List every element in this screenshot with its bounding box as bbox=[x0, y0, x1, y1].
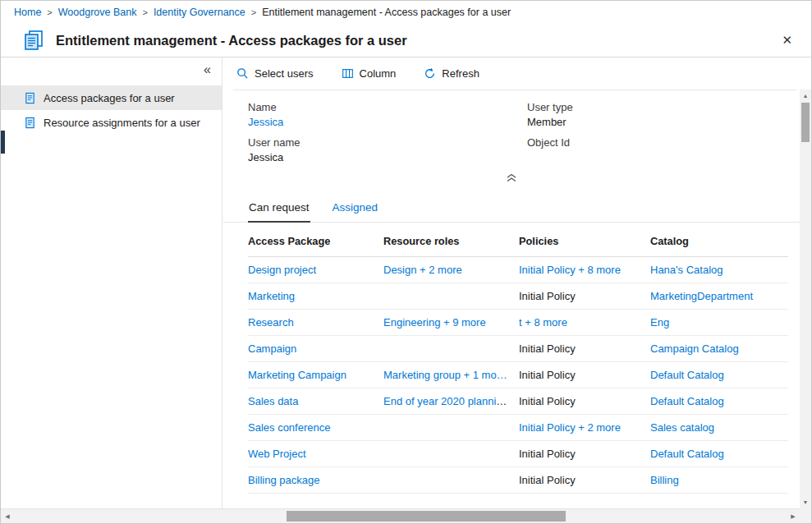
cell-resource-roles bbox=[383, 441, 519, 467]
table-row: Design project Design + 2 more Initial P… bbox=[248, 257, 788, 283]
cell-policies: Initial Policy bbox=[519, 388, 650, 415]
cell-policies: Initial Policy bbox=[519, 467, 650, 494]
policies-value: Initial Policy bbox=[519, 474, 576, 486]
horizontal-scroll-thumb[interactable] bbox=[287, 511, 566, 522]
scroll-up-arrow[interactable]: ▲ bbox=[800, 90, 811, 102]
cell-catalog: Default Catalog bbox=[650, 362, 788, 388]
page-header: Entitlement management - Access packages… bbox=[1, 24, 811, 57]
cell-resource-roles: Engineering + 9 more bbox=[383, 310, 519, 336]
cell-resource-roles: End of year 2020 plannin… bbox=[383, 388, 519, 415]
toolbar-label: Refresh bbox=[442, 67, 479, 80]
cell-catalog: Hana's Catalog bbox=[650, 257, 788, 283]
catalog-link[interactable]: Default Catalog bbox=[650, 448, 724, 460]
access-package-link[interactable]: Marketing bbox=[248, 290, 295, 302]
scroll-down-arrow[interactable]: ▼ bbox=[800, 496, 811, 508]
scroll-right-arrow[interactable]: ▶ bbox=[787, 509, 800, 523]
policies-value: Initial Policy bbox=[519, 369, 576, 381]
cell-access-package: Design project bbox=[248, 257, 383, 283]
resource-roles-link[interactable]: Engineering + 9 more bbox=[383, 316, 486, 329]
sidebar-item-resource-assignments[interactable]: Resource assignments for a user bbox=[1, 110, 222, 135]
object-id-label: Object Id bbox=[527, 136, 800, 149]
table-row: Sales data End of year 2020 plannin… Ini… bbox=[248, 388, 788, 415]
col-resource-roles: Resource roles bbox=[383, 224, 519, 257]
resource-roles-link[interactable]: Design + 2 more bbox=[383, 264, 462, 276]
catalog-link[interactable]: Default Catalog bbox=[650, 369, 724, 381]
access-package-link[interactable]: Marketing Campaign bbox=[248, 369, 346, 381]
tab-assigned[interactable]: Assigned bbox=[332, 195, 379, 222]
cell-access-package: Research bbox=[248, 310, 383, 336]
catalog-link[interactable]: Eng bbox=[650, 316, 669, 329]
vertical-scrollbar[interactable]: ▲ ▼ bbox=[800, 90, 811, 508]
catalog-link[interactable]: Sales catalog bbox=[650, 421, 714, 434]
name-value-link[interactable]: Jessica bbox=[248, 116, 527, 129]
cell-access-package: Billing package bbox=[248, 467, 383, 494]
resource-roles-link[interactable]: Marketing group + 1 mo… bbox=[383, 369, 507, 381]
sidebar-item-label: Access packages for a user bbox=[44, 92, 175, 104]
refresh-button[interactable]: Refresh bbox=[422, 64, 481, 83]
refresh-icon bbox=[424, 67, 436, 80]
catalog-link[interactable]: Hana's Catalog bbox=[650, 264, 723, 276]
cell-catalog: Billing bbox=[650, 467, 788, 494]
cell-resource-roles: Marketing group + 1 mo… bbox=[383, 362, 519, 388]
col-access-package: Access Package bbox=[248, 224, 383, 257]
entitlement-management-icon bbox=[22, 29, 45, 52]
scroll-left-arrow[interactable]: ◀ bbox=[1, 509, 14, 523]
column-options-icon bbox=[342, 67, 354, 80]
table-header-row: Access Package Resource roles Policies C… bbox=[248, 224, 788, 257]
access-package-link[interactable]: Campaign bbox=[248, 342, 296, 355]
column-button[interactable]: Column bbox=[340, 64, 398, 83]
cell-catalog: Default Catalog bbox=[650, 441, 788, 467]
resource-roles-link[interactable]: End of year 2020 plannin… bbox=[383, 395, 513, 407]
cell-policies: Initial Policy bbox=[519, 441, 650, 467]
cell-resource-roles bbox=[383, 415, 519, 441]
cell-policies: Initial Policy + 8 more bbox=[519, 257, 650, 283]
cell-access-package: Web Project bbox=[248, 441, 383, 467]
field-name: Name Jessica bbox=[248, 101, 527, 129]
access-package-link[interactable]: Sales data bbox=[248, 395, 298, 407]
breadcrumb-woodgrove-bank[interactable]: Woodgrove Bank bbox=[58, 7, 137, 18]
resource-assignments-icon bbox=[24, 117, 36, 129]
object-id-value bbox=[527, 151, 800, 164]
sidebar-item-access-packages[interactable]: Access packages for a user bbox=[1, 85, 222, 110]
cell-catalog: MarketingDepartment bbox=[650, 283, 788, 310]
select-users-button[interactable]: Select users bbox=[235, 64, 315, 83]
access-packages-icon bbox=[24, 92, 36, 104]
policies-value[interactable]: Initial Policy + 2 more bbox=[519, 421, 621, 434]
cell-catalog: Default Catalog bbox=[650, 388, 788, 415]
tab-strip: Can request Assigned bbox=[223, 195, 800, 223]
col-catalog: Catalog bbox=[650, 224, 788, 257]
sidebar-collapse-button[interactable]: « bbox=[200, 62, 214, 78]
toolbar: Select users Column bbox=[223, 57, 800, 90]
double-chevron-up-icon bbox=[506, 173, 517, 182]
policies-value: Initial Policy bbox=[519, 342, 576, 355]
close-button[interactable]: ✕ bbox=[778, 31, 796, 49]
catalog-link[interactable]: Campaign Catalog bbox=[650, 342, 739, 355]
table-row: Marketing Campaign Marketing group + 1 m… bbox=[248, 362, 788, 388]
sidebar: « Access packages for a user bbox=[1, 57, 222, 508]
catalog-link[interactable]: Billing bbox=[650, 474, 679, 486]
horizontal-scrollbar[interactable]: ◀ ▶ bbox=[1, 508, 800, 523]
field-object-id: Object Id bbox=[527, 136, 800, 164]
access-package-link[interactable]: Web Project bbox=[248, 448, 306, 460]
toolbar-label: Column bbox=[360, 67, 397, 80]
access-package-link[interactable]: Billing package bbox=[248, 474, 319, 486]
tab-can-request[interactable]: Can request bbox=[248, 195, 310, 223]
breadcrumb-home[interactable]: Home bbox=[14, 7, 41, 18]
access-package-link[interactable]: Sales conference bbox=[248, 421, 330, 434]
breadcrumb: Home > Woodgrove Bank > Identity Governa… bbox=[1, 1, 811, 24]
policies-value[interactable]: Initial Policy + 8 more bbox=[519, 264, 621, 276]
cell-policies: Initial Policy bbox=[519, 283, 650, 310]
field-user-name: User name Jessica bbox=[248, 136, 527, 164]
catalog-link[interactable]: MarketingDepartment bbox=[650, 290, 753, 302]
access-package-link[interactable]: Research bbox=[248, 316, 294, 329]
catalog-link[interactable]: Default Catalog bbox=[650, 395, 724, 407]
access-package-link[interactable]: Design project bbox=[248, 264, 316, 276]
collapse-details-button[interactable] bbox=[223, 171, 800, 182]
vertical-scroll-thumb[interactable] bbox=[801, 103, 810, 142]
policies-value: Initial Policy bbox=[519, 290, 576, 302]
cell-access-package: Marketing Campaign bbox=[248, 362, 383, 388]
breadcrumb-identity-governance[interactable]: Identity Governance bbox=[154, 7, 245, 18]
breadcrumb-current: Entitlement management - Access packages… bbox=[262, 7, 511, 18]
table-body: Design project Design + 2 more Initial P… bbox=[248, 257, 788, 494]
policies-value[interactable]: t + 8 more bbox=[519, 316, 567, 329]
